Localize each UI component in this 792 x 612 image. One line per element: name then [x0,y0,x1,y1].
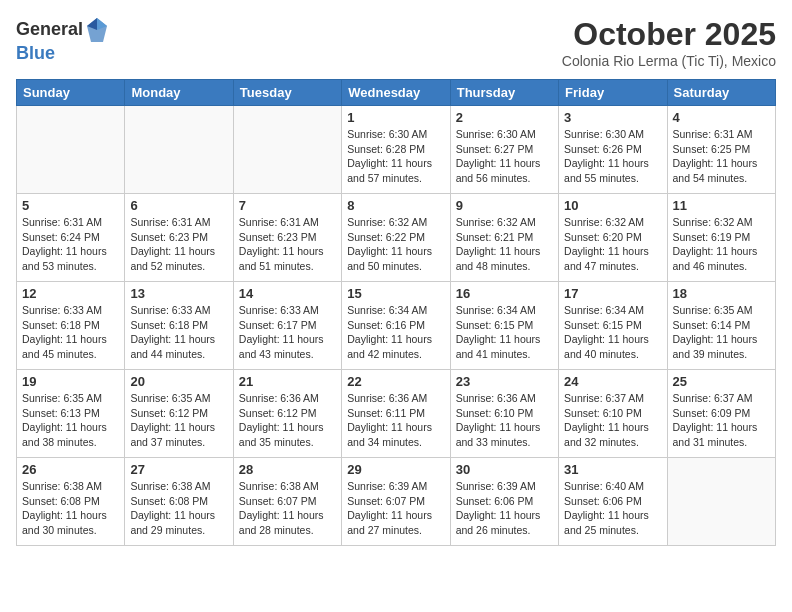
day-info: Sunrise: 6:40 AM Sunset: 6:06 PM Dayligh… [564,479,661,538]
day-number: 4 [673,110,770,125]
calendar-cell-1-2 [125,106,233,194]
day-number: 14 [239,286,336,301]
title-block: October 2025 Colonia Rio Lerma (Tic Ti),… [562,16,776,69]
calendar-cell-5-5: 30Sunrise: 6:39 AM Sunset: 6:06 PM Dayli… [450,458,558,546]
day-number: 10 [564,198,661,213]
day-number: 22 [347,374,444,389]
calendar-cell-2-7: 11Sunrise: 6:32 AM Sunset: 6:19 PM Dayli… [667,194,775,282]
logo-general: General [16,20,83,40]
weekday-header-sunday: Sunday [17,80,125,106]
calendar-cell-4-6: 24Sunrise: 6:37 AM Sunset: 6:10 PM Dayli… [559,370,667,458]
calendar-cell-2-6: 10Sunrise: 6:32 AM Sunset: 6:20 PM Dayli… [559,194,667,282]
day-number: 29 [347,462,444,477]
day-info: Sunrise: 6:38 AM Sunset: 6:08 PM Dayligh… [22,479,119,538]
calendar-cell-1-4: 1Sunrise: 6:30 AM Sunset: 6:28 PM Daylig… [342,106,450,194]
calendar-cell-1-6: 3Sunrise: 6:30 AM Sunset: 6:26 PM Daylig… [559,106,667,194]
calendar-cell-4-1: 19Sunrise: 6:35 AM Sunset: 6:13 PM Dayli… [17,370,125,458]
day-info: Sunrise: 6:32 AM Sunset: 6:19 PM Dayligh… [673,215,770,274]
calendar-cell-3-4: 15Sunrise: 6:34 AM Sunset: 6:16 PM Dayli… [342,282,450,370]
day-number: 13 [130,286,227,301]
calendar-cell-3-6: 17Sunrise: 6:34 AM Sunset: 6:15 PM Dayli… [559,282,667,370]
day-number: 21 [239,374,336,389]
week-row-5: 26Sunrise: 6:38 AM Sunset: 6:08 PM Dayli… [17,458,776,546]
calendar-cell-4-7: 25Sunrise: 6:37 AM Sunset: 6:09 PM Dayli… [667,370,775,458]
calendar-cell-4-5: 23Sunrise: 6:36 AM Sunset: 6:10 PM Dayli… [450,370,558,458]
weekday-header-wednesday: Wednesday [342,80,450,106]
calendar-cell-1-3 [233,106,341,194]
day-number: 11 [673,198,770,213]
calendar-cell-5-1: 26Sunrise: 6:38 AM Sunset: 6:08 PM Dayli… [17,458,125,546]
calendar-cell-3-2: 13Sunrise: 6:33 AM Sunset: 6:18 PM Dayli… [125,282,233,370]
calendar-cell-3-3: 14Sunrise: 6:33 AM Sunset: 6:17 PM Dayli… [233,282,341,370]
day-number: 17 [564,286,661,301]
day-info: Sunrise: 6:35 AM Sunset: 6:12 PM Dayligh… [130,391,227,450]
weekday-header-saturday: Saturday [667,80,775,106]
day-number: 8 [347,198,444,213]
calendar-cell-1-7: 4Sunrise: 6:31 AM Sunset: 6:25 PM Daylig… [667,106,775,194]
day-number: 20 [130,374,227,389]
week-row-1: 1Sunrise: 6:30 AM Sunset: 6:28 PM Daylig… [17,106,776,194]
day-info: Sunrise: 6:36 AM Sunset: 6:12 PM Dayligh… [239,391,336,450]
day-number: 1 [347,110,444,125]
day-info: Sunrise: 6:33 AM Sunset: 6:17 PM Dayligh… [239,303,336,362]
day-number: 27 [130,462,227,477]
day-number: 26 [22,462,119,477]
calendar-cell-5-3: 28Sunrise: 6:38 AM Sunset: 6:07 PM Dayli… [233,458,341,546]
day-info: Sunrise: 6:31 AM Sunset: 6:23 PM Dayligh… [239,215,336,274]
day-number: 24 [564,374,661,389]
day-info: Sunrise: 6:33 AM Sunset: 6:18 PM Dayligh… [130,303,227,362]
day-info: Sunrise: 6:33 AM Sunset: 6:18 PM Dayligh… [22,303,119,362]
calendar-cell-1-5: 2Sunrise: 6:30 AM Sunset: 6:27 PM Daylig… [450,106,558,194]
day-number: 28 [239,462,336,477]
calendar-cell-3-1: 12Sunrise: 6:33 AM Sunset: 6:18 PM Dayli… [17,282,125,370]
calendar-cell-3-5: 16Sunrise: 6:34 AM Sunset: 6:15 PM Dayli… [450,282,558,370]
calendar-cell-4-3: 21Sunrise: 6:36 AM Sunset: 6:12 PM Dayli… [233,370,341,458]
day-info: Sunrise: 6:38 AM Sunset: 6:07 PM Dayligh… [239,479,336,538]
day-info: Sunrise: 6:32 AM Sunset: 6:22 PM Dayligh… [347,215,444,274]
day-number: 7 [239,198,336,213]
weekday-header-tuesday: Tuesday [233,80,341,106]
day-info: Sunrise: 6:31 AM Sunset: 6:24 PM Dayligh… [22,215,119,274]
week-row-3: 12Sunrise: 6:33 AM Sunset: 6:18 PM Dayli… [17,282,776,370]
calendar-cell-5-6: 31Sunrise: 6:40 AM Sunset: 6:06 PM Dayli… [559,458,667,546]
logo-blue: Blue [16,43,55,63]
page-header: General Blue October 2025 Colonia Rio Le… [16,16,776,69]
calendar-cell-3-7: 18Sunrise: 6:35 AM Sunset: 6:14 PM Dayli… [667,282,775,370]
day-number: 19 [22,374,119,389]
day-info: Sunrise: 6:30 AM Sunset: 6:28 PM Dayligh… [347,127,444,186]
day-number: 18 [673,286,770,301]
day-number: 23 [456,374,553,389]
calendar-table: SundayMondayTuesdayWednesdayThursdayFrid… [16,79,776,546]
day-info: Sunrise: 6:36 AM Sunset: 6:11 PM Dayligh… [347,391,444,450]
week-row-2: 5Sunrise: 6:31 AM Sunset: 6:24 PM Daylig… [17,194,776,282]
calendar-cell-5-4: 29Sunrise: 6:39 AM Sunset: 6:07 PM Dayli… [342,458,450,546]
day-number: 5 [22,198,119,213]
day-number: 15 [347,286,444,301]
day-info: Sunrise: 6:38 AM Sunset: 6:08 PM Dayligh… [130,479,227,538]
day-info: Sunrise: 6:34 AM Sunset: 6:15 PM Dayligh… [564,303,661,362]
weekday-header-thursday: Thursday [450,80,558,106]
subtitle: Colonia Rio Lerma (Tic Ti), Mexico [562,53,776,69]
calendar-cell-4-2: 20Sunrise: 6:35 AM Sunset: 6:12 PM Dayli… [125,370,233,458]
day-number: 9 [456,198,553,213]
day-info: Sunrise: 6:32 AM Sunset: 6:21 PM Dayligh… [456,215,553,274]
day-info: Sunrise: 6:39 AM Sunset: 6:06 PM Dayligh… [456,479,553,538]
day-info: Sunrise: 6:31 AM Sunset: 6:25 PM Dayligh… [673,127,770,186]
day-info: Sunrise: 6:32 AM Sunset: 6:20 PM Dayligh… [564,215,661,274]
calendar-cell-2-5: 9Sunrise: 6:32 AM Sunset: 6:21 PM Daylig… [450,194,558,282]
weekday-header-row: SundayMondayTuesdayWednesdayThursdayFrid… [17,80,776,106]
day-number: 25 [673,374,770,389]
day-info: Sunrise: 6:30 AM Sunset: 6:27 PM Dayligh… [456,127,553,186]
day-info: Sunrise: 6:37 AM Sunset: 6:10 PM Dayligh… [564,391,661,450]
day-number: 30 [456,462,553,477]
day-number: 16 [456,286,553,301]
calendar-cell-5-2: 27Sunrise: 6:38 AM Sunset: 6:08 PM Dayli… [125,458,233,546]
day-number: 31 [564,462,661,477]
day-info: Sunrise: 6:37 AM Sunset: 6:09 PM Dayligh… [673,391,770,450]
day-info: Sunrise: 6:39 AM Sunset: 6:07 PM Dayligh… [347,479,444,538]
day-number: 2 [456,110,553,125]
month-title: October 2025 [562,16,776,53]
day-number: 3 [564,110,661,125]
day-info: Sunrise: 6:35 AM Sunset: 6:13 PM Dayligh… [22,391,119,450]
logo-icon [85,16,109,44]
